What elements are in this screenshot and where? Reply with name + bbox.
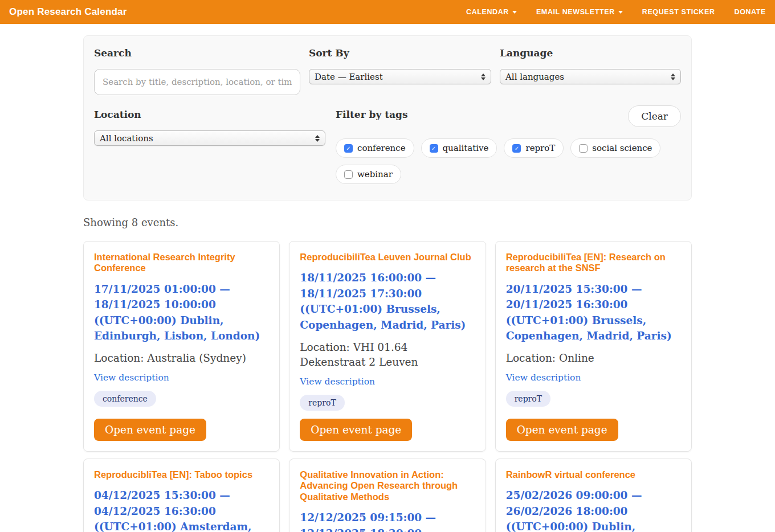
event-title: ReproducibiliTea Leuven Journal Club	[300, 252, 471, 263]
search-input[interactable]	[94, 69, 300, 95]
event-card: ReproducibiliTea Leuven Journal Club 18/…	[289, 241, 486, 452]
event-card: RainbowR virtual conference 25/02/2026 0…	[495, 459, 692, 532]
events-grid: International Research Integrity Confere…	[83, 241, 692, 532]
sort-group: Sort By Date — Earliest	[309, 47, 491, 95]
search-label: Search	[94, 47, 300, 59]
chevron-down-icon	[618, 11, 623, 14]
language-group: Language All languages	[500, 47, 681, 95]
nav-item-request-sticker[interactable]: REQUEST STICKER	[642, 8, 715, 16]
location-label: Location	[94, 109, 325, 120]
event-title: Qualitative Innovation in Action: Advanc…	[300, 469, 475, 502]
view-description-link[interactable]: View description	[94, 373, 169, 383]
location-select-value: All locations	[100, 133, 153, 144]
tags-header: Filter by tags Clear	[336, 109, 681, 130]
filter-panel: Search Sort By Date — Earliest Language …	[83, 35, 692, 200]
nav-item-label: DONATE	[735, 8, 766, 16]
nav-item-calendar[interactable]: CALENDAR	[466, 8, 517, 16]
checkbox-checked-icon: ✓	[512, 144, 521, 153]
event-datetime: 17/11/2025 01:00:00 — 18/11/2025 10:00:0…	[94, 281, 269, 344]
event-title: ReproducibliTea [EN]: Taboo topics	[94, 469, 252, 480]
event-location: Location: Online	[506, 351, 594, 366]
select-arrows-icon	[671, 73, 675, 80]
sort-label: Sort By	[309, 47, 491, 59]
language-label: Language	[500, 47, 681, 59]
event-tag-chip: conference	[94, 391, 156, 407]
select-arrows-icon	[481, 73, 486, 80]
nav-item-label: REQUEST STICKER	[642, 8, 715, 16]
sort-select-value: Date — Earliest	[315, 72, 383, 82]
event-datetime: 18/11/2025 16:00:00 — 18/11/2025 17:30:0…	[300, 270, 475, 333]
event-datetime: 20/11/2025 15:30:00 — 20/11/2025 16:30:0…	[506, 281, 681, 344]
sort-select[interactable]: Date — Earliest	[309, 69, 491, 84]
language-select[interactable]: All languages	[500, 69, 681, 84]
event-datetime: 04/12/2025 15:30:00 — 04/12/2025 16:30:0…	[94, 488, 269, 532]
event-datetime: 25/02/2026 09:00:00 — 26/02/2026 18:00:0…	[506, 488, 681, 532]
nav-item-label: EMAIL NEWSLETTER	[536, 8, 615, 16]
checkbox-checked-icon: ✓	[344, 144, 353, 153]
tag-filter-label: qualitative	[443, 143, 489, 153]
event-datetime: 12/12/2025 09:15:00 — 12/12/2025 18:30:0…	[300, 510, 475, 532]
tag-filter-qualitative[interactable]: ✓qualitative	[421, 138, 497, 158]
event-title: RainbowR virtual conference	[506, 469, 635, 480]
open-event-button[interactable]: Open event page	[94, 419, 206, 441]
tag-filter-label: webinar	[357, 169, 393, 179]
tag-filter-webinar[interactable]: webinar	[336, 165, 401, 184]
filter-row-1: Search Sort By Date — Earliest Language …	[94, 47, 681, 95]
event-tags: reproT	[506, 391, 550, 407]
checkbox-unchecked-icon	[344, 170, 353, 179]
language-select-value: All languages	[505, 72, 564, 82]
location-group: Location All locations	[94, 109, 325, 184]
tag-filter-label: conference	[357, 143, 406, 153]
nav-item-label: CALENDAR	[466, 8, 509, 16]
search-group: Search	[94, 47, 300, 95]
event-location: Location: Australia (Sydney)	[94, 351, 246, 366]
event-tag-chip: reproT	[506, 391, 550, 407]
open-event-button[interactable]: Open event page	[506, 419, 618, 441]
top-navigation-bar: Open Research Calendar CALENDAREMAIL NEW…	[0, 0, 775, 24]
event-tag-chip: reproT	[300, 395, 344, 411]
tags-label: Filter by tags	[336, 109, 408, 120]
event-card: ReproducibliTea [EN]: Taboo topics 04/12…	[83, 459, 280, 532]
site-logo[interactable]: Open Research Calendar	[9, 6, 127, 18]
chevron-down-icon	[512, 11, 517, 14]
tag-filter-row: ✓conference✓qualitative✓reproTsocial sci…	[336, 138, 681, 184]
tag-filter-conference[interactable]: ✓conference	[336, 138, 414, 158]
select-arrows-icon	[315, 135, 320, 142]
results-summary: Showing 8 events.	[83, 216, 692, 228]
open-event-button[interactable]: Open event page	[300, 419, 412, 441]
event-card: Qualitative Innovation in Action: Advanc…	[289, 459, 486, 532]
tags-group: Filter by tags Clear ✓conference✓qualita…	[336, 109, 681, 184]
view-description-link[interactable]: View description	[506, 373, 581, 383]
tag-filter-label: reproT	[525, 143, 555, 153]
checkbox-unchecked-icon	[579, 144, 588, 153]
nav-item-email-newsletter[interactable]: EMAIL NEWSLETTER	[536, 8, 623, 16]
location-select[interactable]: All locations	[94, 130, 325, 146]
nav-item-donate[interactable]: DONATE	[735, 8, 766, 16]
event-card: International Research Integrity Confere…	[83, 241, 280, 452]
checkbox-checked-icon: ✓	[430, 144, 438, 153]
event-title: International Research Integrity Confere…	[94, 252, 269, 274]
tag-filter-reproT[interactable]: ✓reproT	[504, 138, 564, 158]
event-card: ReproducibiliTea [EN]: Research on resea…	[495, 241, 692, 452]
filter-row-2: Location All locations Filter by tags Cl…	[94, 109, 681, 184]
event-location: Location: VHI 01.64 Dekenstraat 2 Leuven	[300, 340, 475, 370]
event-title: ReproducibiliTea [EN]: Research on resea…	[506, 252, 681, 274]
tag-filter-label: social science	[592, 143, 652, 153]
clear-filters-button[interactable]: Clear	[628, 105, 681, 127]
event-tags: conference	[94, 391, 156, 407]
tag-filter-social-science[interactable]: social science	[570, 138, 660, 158]
main-nav: CALENDAREMAIL NEWSLETTERREQUEST STICKERD…	[466, 8, 766, 16]
view-description-link[interactable]: View description	[300, 377, 375, 387]
event-tags: reproT	[300, 395, 344, 411]
